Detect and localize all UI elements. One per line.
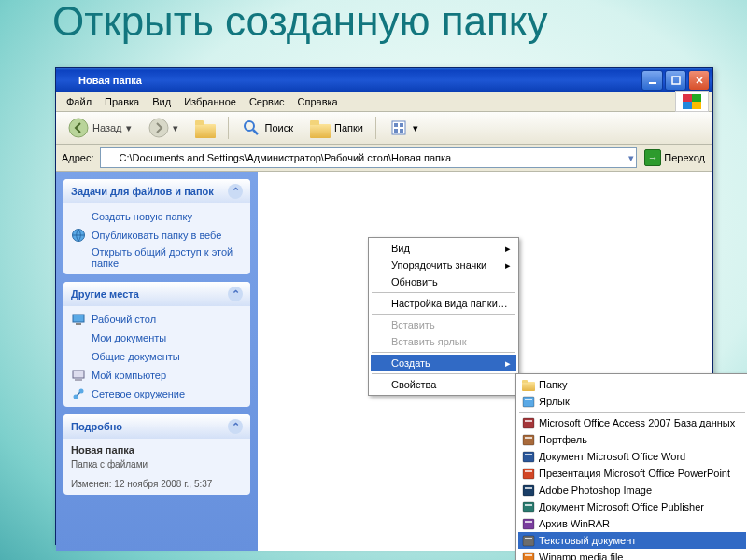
svg-rect-13 xyxy=(76,323,81,325)
place-shared-documents[interactable]: Общие документы xyxy=(71,349,243,364)
menu-help[interactable]: Справка xyxy=(291,94,345,109)
tasks-header[interactable]: Задачи для файлов и папок ⌃ xyxy=(63,179,250,203)
submenu-arrow-icon: ▸ xyxy=(505,357,511,370)
submenu-item[interactable]: Документ Microsoft Office Publisher xyxy=(518,498,746,515)
svg-rect-22 xyxy=(525,420,532,422)
svg-rect-36 xyxy=(525,538,532,539)
svg-rect-35 xyxy=(523,536,534,546)
tasks-panel: Задачи для файлов и папок ⌃ Создать нову… xyxy=(63,179,250,274)
submenu-item[interactable]: Папку xyxy=(518,376,746,393)
folder-content-area[interactable]: Вид▸Упорядочить значки▸ОбновитьНастройка… xyxy=(258,172,712,551)
ctx-item[interactable]: Вид▸ xyxy=(371,240,516,257)
submenu-item[interactable]: Winamp media file xyxy=(518,549,746,560)
network-icon xyxy=(71,386,86,401)
share-icon xyxy=(71,250,86,265)
submenu-item[interactable]: Текстовый документ xyxy=(518,532,746,549)
context-submenu-create: ПапкуЯрлыкMicrosoft Office Access 2007 Б… xyxy=(515,373,747,560)
svg-rect-34 xyxy=(525,521,532,523)
svg-rect-27 xyxy=(523,469,534,479)
svg-point-3 xyxy=(149,119,168,137)
slide-title: Открыть созданную папку xyxy=(52,0,548,43)
context-menu: Вид▸Упорядочить значки▸ОбновитьНастройка… xyxy=(368,237,519,396)
details-header[interactable]: Подробно ⌃ xyxy=(63,414,250,439)
globe-icon xyxy=(71,228,86,243)
menu-file[interactable]: Файл xyxy=(60,94,98,109)
ctx-item: Вставить ярлык xyxy=(371,333,516,350)
submenu-arrow-icon: ▸ xyxy=(505,259,511,272)
svg-rect-14 xyxy=(73,371,84,378)
minimize-button[interactable] xyxy=(641,70,663,91)
submenu-item[interactable]: Портфель xyxy=(518,431,746,448)
shortcut-icon xyxy=(521,394,536,409)
menu-favorites[interactable]: Избранное xyxy=(177,94,243,109)
word-icon xyxy=(521,449,536,464)
svg-rect-8 xyxy=(400,123,403,127)
svg-point-2 xyxy=(69,119,88,137)
ctx-item[interactable]: Настройка вида папки… xyxy=(371,295,516,312)
views-button[interactable]: ▾ xyxy=(382,114,425,142)
ppt-icon xyxy=(521,466,536,481)
submenu-item[interactable]: Microsoft Office Access 2007 База данных xyxy=(518,414,746,431)
menu-view[interactable]: Вид xyxy=(146,94,177,109)
back-button[interactable]: Назад ▾ xyxy=(62,114,138,142)
collapse-icon: ⌃ xyxy=(228,184,243,199)
svg-rect-7 xyxy=(394,123,398,127)
folder-icon xyxy=(62,74,75,87)
folders-label: Папки xyxy=(334,122,363,133)
go-button[interactable]: → Переход xyxy=(641,149,709,166)
svg-rect-29 xyxy=(523,485,534,496)
collapse-icon: ⌃ xyxy=(228,419,243,434)
ctx-item[interactable]: Свойства xyxy=(371,376,516,393)
task-publish-web[interactable]: Опубликовать папку в вебе xyxy=(71,228,243,243)
submenu-item[interactable]: Документ Microsoft Office Word xyxy=(518,448,746,465)
ctx-item[interactable]: Создать▸ xyxy=(371,355,516,371)
menu-edit[interactable]: Правка xyxy=(98,94,146,109)
ctx-item[interactable]: Упорядочить значки▸ xyxy=(371,257,516,273)
folders-button[interactable]: Папки xyxy=(303,114,370,142)
search-button[interactable]: Поиск xyxy=(234,114,300,142)
titlebar[interactable]: Новая папка xyxy=(56,68,712,92)
txt-icon xyxy=(521,533,536,548)
explorer-window: Новая папка Файл Правка Вид Избранное Се… xyxy=(55,67,713,545)
address-field[interactable]: ▾ xyxy=(100,147,638,168)
search-label: Поиск xyxy=(265,122,293,133)
menu-tools[interactable]: Сервис xyxy=(243,94,291,109)
svg-rect-12 xyxy=(73,315,84,322)
windows-flag-icon xyxy=(675,91,709,112)
folder-icon xyxy=(71,330,86,345)
address-input[interactable] xyxy=(118,151,629,164)
place-my-computer[interactable]: Мой компьютер xyxy=(71,368,243,383)
details-modified: Изменен: 12 ноября 2008 г., 5:37 xyxy=(71,479,243,489)
places-panel: Другие места ⌃ Рабочий стол Мои документ… xyxy=(63,282,250,407)
task-share-folder[interactable]: Открыть общий доступ к этой папке xyxy=(71,246,243,269)
pub-icon xyxy=(521,499,536,514)
place-network[interactable]: Сетевое окружение xyxy=(71,386,243,401)
place-desktop[interactable]: Рабочий стол xyxy=(71,312,243,327)
address-bar: Адрес: ▾ → Переход xyxy=(56,145,712,172)
ctx-item[interactable]: Обновить xyxy=(371,273,516,290)
svg-rect-31 xyxy=(523,502,534,512)
svg-rect-15 xyxy=(75,379,82,381)
folder-icon xyxy=(103,150,118,165)
dropdown-icon: ▾ xyxy=(173,122,178,134)
up-button[interactable] xyxy=(189,114,222,142)
ps-icon xyxy=(521,483,536,497)
task-create-folder[interactable]: Создать новую папку xyxy=(71,209,243,224)
submenu-item[interactable]: Ярлык xyxy=(518,393,746,410)
places-header[interactable]: Другие места ⌃ xyxy=(63,282,250,306)
place-my-documents[interactable]: Мои документы xyxy=(71,330,243,345)
svg-rect-25 xyxy=(523,452,534,462)
svg-rect-24 xyxy=(525,437,532,439)
access-icon xyxy=(521,415,536,430)
forward-button[interactable]: ▾ xyxy=(142,114,185,142)
submenu-item[interactable]: Презентация Microsoft Office PowerPoint xyxy=(518,465,746,482)
submenu-item[interactable]: Архив WinRAR xyxy=(518,515,746,532)
maximize-button[interactable] xyxy=(665,70,686,91)
desktop-icon xyxy=(71,312,86,327)
dropdown-icon[interactable]: ▾ xyxy=(628,152,634,164)
submenu-item[interactable]: Adobe Photoshop Image xyxy=(518,482,746,498)
details-panel: Подробно ⌃ Новая папка Папка с файлами И… xyxy=(63,414,250,495)
briefcase-icon xyxy=(521,432,536,447)
svg-rect-1 xyxy=(672,77,680,84)
close-button[interactable] xyxy=(688,70,710,91)
